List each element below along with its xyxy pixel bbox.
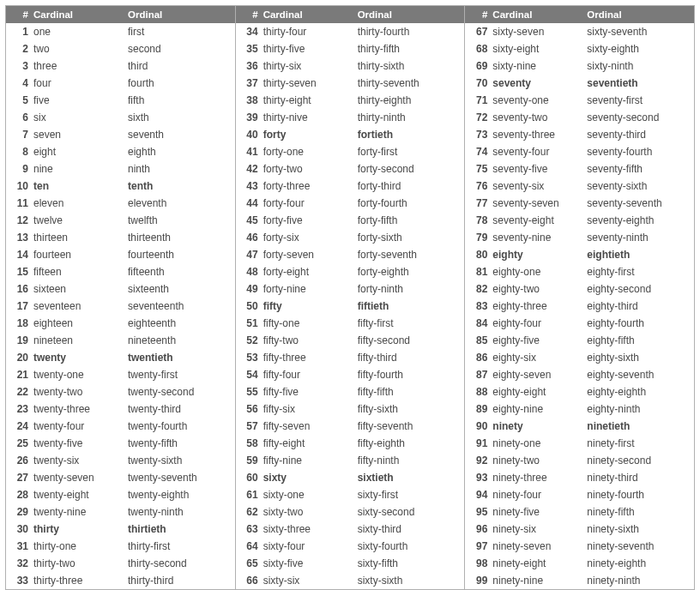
cell-cardinal: forty-six (260, 232, 354, 244)
cell-ordinal: fiftieth (354, 300, 465, 312)
cell-ordinal: twelfth (124, 214, 235, 226)
cell-num: 43 (236, 180, 260, 192)
cell-num: 19 (6, 334, 30, 346)
cell-cardinal: ten (30, 180, 124, 192)
cell-ordinal: eighty-eighth (583, 386, 694, 398)
cell-cardinal: ninety-six (489, 523, 583, 535)
cell-cardinal: ninety-three (489, 472, 583, 484)
cell-ordinal: sixty-third (354, 523, 465, 535)
cell-cardinal: two (30, 43, 124, 55)
cell-ordinal: seventy-ninth (583, 232, 694, 244)
table-row: 32thirty-twothirty-second (6, 555, 235, 572)
table-row: 59fifty-ninefifty-ninth (236, 452, 465, 469)
table-row: 64sixty-foursixty-fourth (236, 538, 465, 555)
cell-num: 65 (236, 557, 260, 569)
cell-cardinal: eighty-nine (489, 403, 583, 415)
cell-num: 90 (465, 420, 489, 432)
cell-num: 92 (465, 455, 489, 467)
cell-num: 32 (6, 557, 30, 569)
cell-cardinal: forty-five (260, 214, 354, 226)
table-row: 81eighty-oneeighty-first (465, 263, 694, 280)
cell-num: 34 (236, 26, 260, 38)
table-row: 20twentytwentieth (6, 349, 235, 366)
cell-num: 95 (465, 506, 489, 518)
table-row: 39thirty-nivethirty-ninth (236, 109, 465, 126)
cell-num: 20 (6, 352, 30, 364)
cell-num: 91 (465, 437, 489, 449)
table-row: 90ninetyninetieth (465, 418, 694, 435)
cell-cardinal: fifty-seven (260, 420, 354, 432)
cell-num: 72 (465, 111, 489, 123)
cell-ordinal: sixty-fourth (354, 540, 465, 552)
cell-cardinal: fifty-four (260, 369, 354, 381)
cell-ordinal: sixteenth (124, 283, 235, 295)
cell-num: 7 (6, 129, 30, 141)
cell-ordinal: eighteenth (124, 317, 235, 329)
table-row: 60sixtysixtieth (236, 469, 465, 486)
table-row: 53fifty-threefifty-third (236, 349, 465, 366)
cell-num: 40 (236, 129, 260, 141)
table-row: 73seventy-threeseventy-third (465, 126, 694, 143)
cell-cardinal: seventy-nine (489, 232, 583, 244)
cell-num: 80 (465, 249, 489, 261)
cell-ordinal: thirty-fourth (354, 26, 465, 38)
cell-cardinal: eighty-seven (489, 369, 583, 381)
cell-ordinal: seventy-eighth (583, 214, 694, 226)
cell-num: 67 (465, 26, 489, 38)
cell-num: 79 (465, 232, 489, 244)
table-row: 85eighty-fiveeighty-fifth (465, 332, 694, 349)
cell-cardinal: sixty (260, 472, 354, 484)
table-row: 18eighteeneighteenth (6, 315, 235, 332)
cell-ordinal: forty-ninth (354, 283, 465, 295)
cell-num: 45 (236, 214, 260, 226)
cell-ordinal: seventy-second (583, 111, 694, 123)
header-num: # (236, 9, 260, 20)
table-row: 2twosecond (6, 40, 235, 57)
cell-cardinal: fifty-two (260, 334, 354, 346)
cell-num: 98 (465, 557, 489, 569)
cell-num: 71 (465, 94, 489, 106)
cell-cardinal: forty-nine (260, 283, 354, 295)
cell-cardinal: sixty-seven (489, 26, 583, 38)
cell-cardinal: seventy-five (489, 163, 583, 175)
cell-num: 38 (236, 94, 260, 106)
cell-cardinal: fifty-one (260, 317, 354, 329)
table-row: 63sixty-threesixty-third (236, 521, 465, 538)
table-row: 57fifty-sevenfifty-seventh (236, 418, 465, 435)
cell-num: 22 (6, 386, 30, 398)
cell-cardinal: fifty (260, 300, 354, 312)
cell-num: 54 (236, 369, 260, 381)
cell-ordinal: thirty-third (124, 575, 235, 587)
cell-ordinal: sixty-sixth (354, 575, 465, 587)
cell-num: 58 (236, 437, 260, 449)
cell-cardinal: forty-eight (260, 266, 354, 278)
cell-ordinal: twenty-third (124, 403, 235, 415)
cell-num: 44 (236, 197, 260, 209)
cell-cardinal: forty-seven (260, 249, 354, 261)
table-row: 35thirty-fivethirty-fifth (236, 40, 465, 57)
table-row: 72seventy-twoseventy-second (465, 109, 694, 126)
cell-ordinal: forty-eighth (354, 266, 465, 278)
cell-ordinal: ninety-first (583, 437, 694, 449)
cell-cardinal: three (30, 60, 124, 72)
cell-num: 33 (6, 575, 30, 587)
cell-ordinal: sixty-fifth (354, 557, 465, 569)
cell-num: 36 (236, 60, 260, 72)
cell-cardinal: eight (30, 146, 124, 158)
cell-ordinal: seventh (124, 129, 235, 141)
cell-num: 97 (465, 540, 489, 552)
cell-ordinal: forty-seventh (354, 249, 465, 261)
table-row: 29twenty-ninetwenty-ninth (6, 503, 235, 521)
table-row: 6sixsixth (6, 109, 235, 126)
table-row: 42forty-twoforty-second (236, 160, 465, 178)
cell-num: 87 (465, 369, 489, 381)
cell-ordinal: thirty-first (124, 540, 235, 552)
cell-cardinal: eighty-eight (489, 386, 583, 398)
cell-ordinal: eighty-second (583, 283, 694, 295)
cell-ordinal: thirty-seventh (354, 77, 465, 89)
cell-ordinal: eleventh (124, 197, 235, 209)
table-row: 8eighteighth (6, 143, 235, 160)
cell-cardinal: nine (30, 163, 124, 175)
cell-ordinal: ninth (124, 163, 235, 175)
cell-cardinal: twenty-nine (30, 506, 124, 518)
